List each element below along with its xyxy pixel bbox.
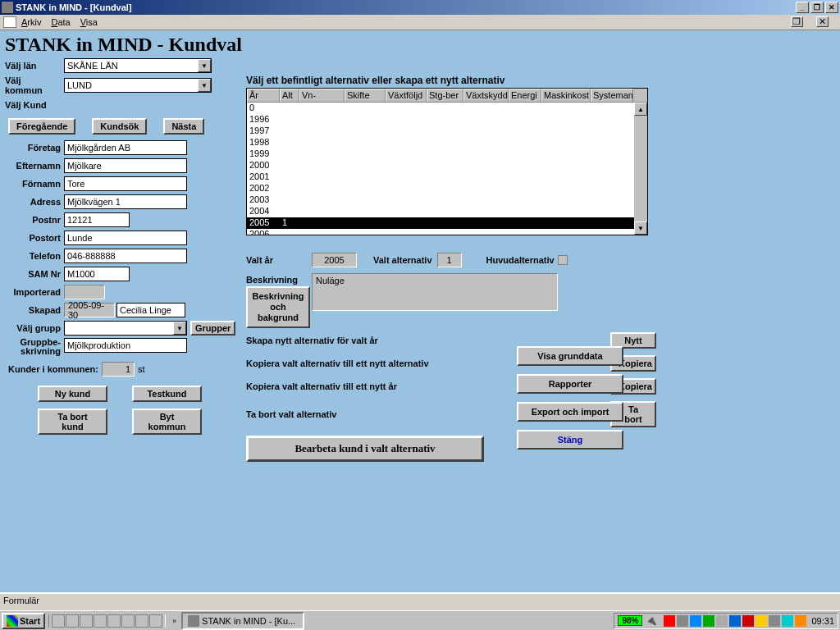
ql-icon[interactable] [66,614,79,628]
table-row[interactable]: 2004 [247,206,634,217]
export-import-button[interactable]: Export och import [517,402,623,422]
rapporter-button[interactable]: Rapporter [517,374,623,394]
valt-alt-label: Valt alternativ [373,255,432,265]
table-row[interactable]: 1997 [247,126,634,137]
table-row[interactable]: 2001 [247,171,634,183]
ql-icon[interactable] [94,614,107,628]
chevron-down-icon[interactable]: ▼ [173,322,186,335]
samnr-field[interactable] [64,267,130,281]
mdi-close-button[interactable]: ✕ [816,16,829,27]
windows-icon [7,615,18,627]
mdi-restore-button[interactable]: ❐ [791,16,803,27]
byt-kommun-button[interactable]: Byt kommun [132,409,202,435]
menu-arkiv[interactable]: Arkiv [21,17,41,27]
skapad-by-field[interactable] [116,303,185,317]
fornamn-field[interactable] [64,176,187,191]
side-buttons: Visa grunddata Rapporter Export och impo… [517,346,623,458]
menu-visa[interactable]: Visa [80,17,98,27]
kommun-label: Välj kommun [5,75,64,95]
beskrivning-bakgrund-button[interactable]: Beskrivning och bakgrund [246,286,310,328]
grupp-combo[interactable]: ▼ [64,321,187,336]
postort-label: Postort [5,233,64,243]
maximize-button[interactable]: ❐ [810,2,824,13]
menubar: Arkiv Data Visa ❐ ✕ [0,15,840,30]
tray-icon[interactable] [677,615,688,627]
visa-grunddata-button[interactable]: Visa grunddata [517,346,623,366]
kundsok-button[interactable]: Kundsök [92,118,147,135]
gruppbeskrivning-label: Gruppbe-skrivning [5,338,64,356]
tray-icon[interactable] [742,615,754,627]
postort-field[interactable] [64,231,187,245]
ta-bort-kund-button[interactable]: Ta bort kund [38,409,107,435]
ql-icon[interactable] [149,614,162,628]
telefon-label: Telefon [5,251,64,261]
ql-icon[interactable] [135,614,148,628]
chevron-right-icon[interactable]: » [172,617,176,625]
system-tray: 98% 🔌 09:31 [614,613,838,629]
close-button[interactable]: ✕ [825,2,838,13]
tray-icon[interactable] [703,615,714,627]
table-row[interactable]: 1996 [247,114,634,126]
chevron-down-icon[interactable]: ▼ [198,79,211,92]
bearbeta-button[interactable]: Bearbeta kund i valt alternativ [246,436,484,462]
ny-kund-button[interactable]: Ny kund [38,386,107,402]
table-row[interactable]: 2006 [247,229,634,235]
grid-scrollbar[interactable]: ▲▼ [634,103,647,235]
table-row[interactable]: 2003 [247,194,634,206]
huvud-label: Huvudalternativ [486,255,555,265]
skapad-date: 2005-09-30 [64,303,115,317]
scroll-down-icon[interactable]: ▼ [634,221,647,235]
start-button[interactable]: Start [2,613,45,629]
minimize-button[interactable]: _ [796,2,809,13]
chevron-down-icon[interactable]: ▼ [198,59,211,72]
tray-icon[interactable] [729,615,741,627]
table-row[interactable]: 20051 [247,217,634,229]
kommun-combo[interactable]: LUND ▼ [64,78,212,93]
ql-icon[interactable] [107,614,121,628]
clock[interactable]: 09:31 [811,616,834,626]
telefon-field[interactable] [64,249,187,263]
tray-icon[interactable] [795,615,806,627]
stang-button[interactable]: Stäng [517,430,623,450]
tray-icon[interactable] [716,615,728,627]
table-row[interactable]: 1998 [247,137,634,148]
lan-combo[interactable]: SKÅNE LÄN ▼ [64,58,212,73]
taskbar: Start » STANK in MIND - [Ku... 98% 🔌 09:… [0,610,840,630]
foretag-field[interactable] [64,140,187,155]
quick-launch [48,614,166,628]
table-row[interactable]: 2000 [247,160,634,171]
grupper-button[interactable]: Grupper [190,321,235,336]
right-heading: Välj ett befintligt alternativ eller ska… [246,75,656,86]
table-row[interactable]: 1999 [247,148,634,160]
taskbar-app-button[interactable]: STANK in MIND - [Ku... [181,612,304,630]
kunder-kommun-label: Kunder i kommunen: [5,364,98,374]
plug-icon: 🔌 [646,615,657,626]
battery-indicator[interactable]: 98% [618,615,642,626]
tray-icon[interactable] [769,615,780,627]
tray-icon[interactable] [756,615,767,627]
scroll-up-icon[interactable]: ▲ [634,103,647,116]
tray-icon[interactable] [782,615,793,627]
adress-field[interactable] [64,194,187,209]
foregaende-button[interactable]: Föregående [8,118,75,135]
ql-icon[interactable] [52,614,65,628]
efternamn-field[interactable] [64,158,187,173]
testkund-button[interactable]: Testkund [132,386,202,402]
menu-data[interactable]: Data [51,17,70,27]
gruppbeskrivning-field[interactable] [64,338,187,353]
importerad-field [64,285,105,299]
tray-icon[interactable] [690,615,701,627]
table-row[interactable]: 2002 [247,183,634,194]
nasta-button[interactable]: Nästa [163,118,204,135]
app-icon [188,615,199,627]
skapad-label: Skapad [5,305,64,315]
table-row[interactable]: 0 [247,103,634,114]
statusbar: Formulär [0,592,840,610]
client-area: STANK in MIND - Kundval Välj län SKÅNE L… [0,30,840,592]
postnr-field[interactable] [64,212,130,227]
ql-icon[interactable] [121,614,135,628]
tray-icon[interactable] [664,615,675,627]
foretag-label: Företag [5,143,64,153]
year-grid[interactable]: ÅrAltVn-balansSkifteVäxtföljdStg-berVäxt… [246,88,648,235]
ql-icon[interactable] [80,614,93,628]
